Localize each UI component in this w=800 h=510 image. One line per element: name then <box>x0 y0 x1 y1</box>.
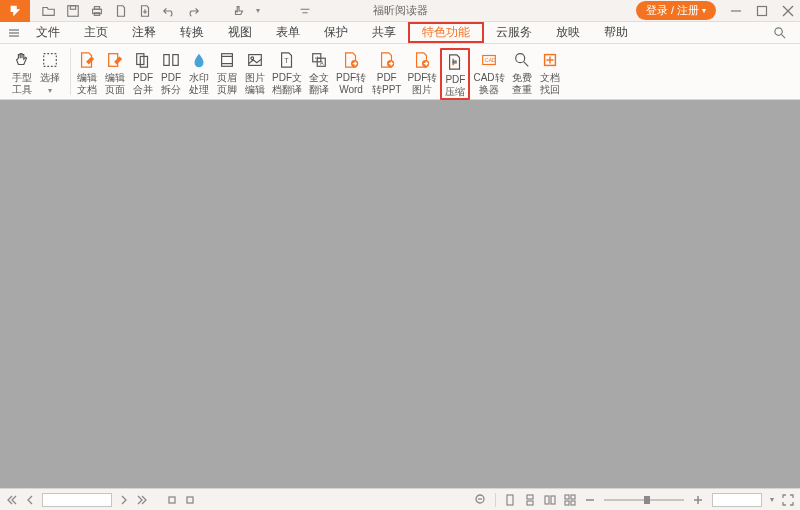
menu-file[interactable]: 文件 <box>24 22 72 43</box>
rotate-left-icon[interactable] <box>166 494 178 506</box>
menu-cloud[interactable]: 云服务 <box>484 22 544 43</box>
split-icon <box>161 50 181 70</box>
app-logo[interactable] <box>0 0 30 22</box>
watermark-icon <box>189 50 209 70</box>
export-icon[interactable] <box>138 4 152 18</box>
menu-convert[interactable]: 转换 <box>168 22 216 43</box>
title-bar: ▾ 福昕阅读器 登录 / 注册▾ <box>0 0 800 22</box>
svg-line-13 <box>781 34 785 38</box>
first-page-icon[interactable] <box>6 494 18 506</box>
zoom-plus-icon[interactable] <box>692 494 704 506</box>
pdf-merge-button[interactable]: PDF合并 <box>129 48 157 96</box>
merge-icon <box>133 50 153 70</box>
svg-point-24 <box>251 57 254 60</box>
svg-rect-14 <box>44 54 57 67</box>
svg-rect-1 <box>70 5 75 9</box>
pdf-split-button[interactable]: PDF拆分 <box>157 48 185 96</box>
svg-rect-44 <box>507 495 513 505</box>
new-doc-icon[interactable] <box>114 4 128 18</box>
pdf-to-image-button[interactable]: PDF转图片 <box>404 48 440 96</box>
two-page-icon[interactable] <box>544 494 556 506</box>
svg-text:中: 中 <box>315 55 320 61</box>
app-title: 福昕阅读器 <box>373 3 428 18</box>
customize-icon[interactable] <box>298 4 312 18</box>
undo-icon[interactable] <box>162 4 176 18</box>
svg-rect-3 <box>94 6 99 9</box>
zoom-minus-icon[interactable] <box>584 494 596 506</box>
rotate-right-icon[interactable] <box>184 494 196 506</box>
pdf-doc-translate-button[interactable]: T PDF文档翻译 <box>269 48 305 96</box>
compress-icon <box>445 52 465 72</box>
zoom-out-icon[interactable] <box>475 494 487 506</box>
svg-rect-48 <box>551 496 555 504</box>
menu-view[interactable]: 视图 <box>216 22 264 43</box>
edit-page-icon <box>105 50 125 70</box>
svg-point-12 <box>774 28 781 35</box>
cursor-icon <box>40 50 60 70</box>
pdf-to-word-button[interactable]: PDF转Word <box>333 48 369 96</box>
to-word-icon <box>341 50 361 70</box>
svg-rect-20 <box>222 54 233 67</box>
search-icon[interactable] <box>764 22 794 43</box>
touch-icon[interactable] <box>232 4 246 18</box>
continuous-icon[interactable] <box>524 494 536 506</box>
svg-rect-41 <box>187 497 193 503</box>
hand-tool-button[interactable]: 手型工具 <box>8 48 36 96</box>
two-cont-icon[interactable] <box>564 494 576 506</box>
save-icon[interactable] <box>66 4 80 18</box>
zoom-dropdown-icon[interactable]: ▾ <box>770 497 774 503</box>
print-icon[interactable] <box>90 4 104 18</box>
menu-help[interactable]: 帮助 <box>592 22 640 43</box>
header-footer-button[interactable]: 页眉页脚 <box>213 48 241 96</box>
menu-protect[interactable]: 保护 <box>312 22 360 43</box>
menu-slideshow[interactable]: 放映 <box>544 22 592 43</box>
last-page-icon[interactable] <box>136 494 148 506</box>
svg-rect-49 <box>565 495 569 499</box>
maximize-icon[interactable] <box>756 5 768 17</box>
full-translate-button[interactable]: 中A 全文翻译 <box>305 48 333 96</box>
svg-text:T: T <box>284 56 289 65</box>
watermark-button[interactable]: 水印处理 <box>185 48 213 96</box>
edit-doc-button[interactable]: 编辑文档 <box>73 48 101 96</box>
cad-icon: CAD <box>479 50 499 70</box>
pdf-to-ppt-button[interactable]: PDF转PPT <box>369 48 404 96</box>
login-button[interactable]: 登录 / 注册▾ <box>636 1 716 20</box>
image-edit-button[interactable]: 图片编辑 <box>241 48 269 96</box>
menu-home[interactable]: 主页 <box>72 22 120 43</box>
menu-comment[interactable]: 注释 <box>120 22 168 43</box>
page-input[interactable] <box>42 493 112 507</box>
pdf-compress-button[interactable]: PDF压缩 <box>440 48 470 100</box>
doc-recover-button[interactable]: 文档找回 <box>536 48 564 96</box>
open-icon[interactable] <box>42 4 56 18</box>
to-ppt-icon <box>377 50 397 70</box>
svg-rect-51 <box>565 501 569 505</box>
menu-bar: 文件 主页 注释 转换 视图 表单 保护 共享 特色功能 云服务 放映 帮助 <box>0 22 800 44</box>
menu-share[interactable]: 共享 <box>360 22 408 43</box>
edit-page-button[interactable]: 编辑页面 <box>101 48 129 96</box>
menu-special-features[interactable]: 特色功能 <box>408 22 484 43</box>
minimize-icon[interactable] <box>730 5 742 17</box>
close-icon[interactable] <box>782 5 794 17</box>
svg-rect-40 <box>169 497 175 503</box>
free-check-button[interactable]: 免费查重 <box>508 48 536 96</box>
hamburger-icon[interactable] <box>4 22 24 43</box>
qat-dropdown-icon[interactable]: ▾ <box>256 8 260 14</box>
header-icon <box>217 50 237 70</box>
redo-icon[interactable] <box>186 4 200 18</box>
select-tool-button[interactable]: 选择▾ <box>36 48 64 96</box>
cad-converter-button[interactable]: CAD CAD转换器 <box>470 48 507 96</box>
next-page-icon[interactable] <box>118 494 130 506</box>
zoom-input[interactable] <box>712 493 762 507</box>
zoom-slider[interactable] <box>604 499 684 501</box>
svg-text:A: A <box>320 60 324 66</box>
edit-doc-icon <box>77 50 97 70</box>
image-icon <box>245 50 265 70</box>
prev-page-icon[interactable] <box>24 494 36 506</box>
ribbon: 手型工具 选择▾ 编辑文档 编辑页面 PDF合并 PDF拆分 水印处理 <box>0 44 800 100</box>
single-page-icon[interactable] <box>504 494 516 506</box>
check-icon <box>512 50 532 70</box>
svg-rect-47 <box>545 496 549 504</box>
status-bar: ▾ <box>0 488 800 510</box>
fullscreen-icon[interactable] <box>782 494 794 506</box>
menu-form[interactable]: 表单 <box>264 22 312 43</box>
